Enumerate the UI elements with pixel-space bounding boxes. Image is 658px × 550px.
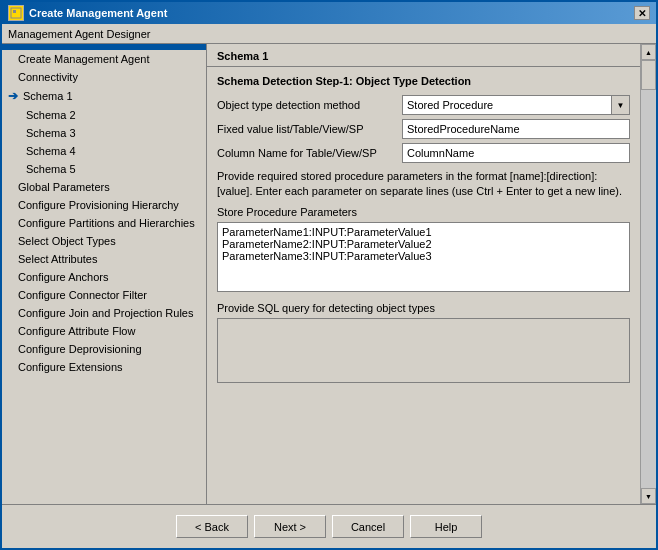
- sidebar-item-label: Schema 2: [26, 109, 76, 121]
- sidebar-item-schema1[interactable]: ➔ Schema 1: [2, 86, 206, 106]
- object-type-dropdown-btn[interactable]: ▼: [611, 96, 629, 114]
- object-type-combo[interactable]: Stored Procedure ▼: [402, 95, 630, 115]
- scroll-track: [641, 60, 656, 488]
- sidebar-item-configure-extensions[interactable]: Configure Extensions: [2, 358, 206, 376]
- column-name-row: Column Name for Table/View/SP: [217, 143, 630, 163]
- fixed-value-label: Fixed value list/Table/View/SP: [217, 123, 402, 135]
- sidebar-item-configure-deprovisioning[interactable]: Configure Deprovisioning: [2, 340, 206, 358]
- content-header-title: Schema 1: [217, 50, 268, 62]
- sidebar-item-global-parameters[interactable]: Global Parameters: [2, 178, 206, 196]
- sidebar: Create Management Agent Connectivity ➔ S…: [2, 44, 207, 504]
- next-button[interactable]: Next >: [254, 515, 326, 538]
- sub-header: Management Agent Designer: [2, 24, 656, 44]
- sidebar-item-configure-anchors[interactable]: Configure Anchors: [2, 268, 206, 286]
- sidebar-item-select-object-types[interactable]: Select Object Types: [2, 232, 206, 250]
- column-name-label: Column Name for Table/View/SP: [217, 147, 402, 159]
- title-bar-left: Create Management Agent: [8, 5, 167, 21]
- svg-rect-1: [13, 10, 16, 13]
- sidebar-item-label: Configure Connector Filter: [18, 289, 147, 301]
- sidebar-item-configure-attribute-flow[interactable]: Configure Attribute Flow: [2, 322, 206, 340]
- scroll-thumb[interactable]: [641, 60, 656, 90]
- back-button[interactable]: < Back: [176, 515, 248, 538]
- sub-header-label: Management Agent Designer: [8, 28, 150, 40]
- main-window: Create Management Agent ✕ Management Age…: [0, 0, 658, 550]
- object-type-control: Stored Procedure ▼: [402, 95, 630, 115]
- cancel-button[interactable]: Cancel: [332, 515, 404, 538]
- sidebar-item-label: Configure Attribute Flow: [18, 325, 135, 337]
- sidebar-item-configure-join-projection[interactable]: Configure Join and Projection Rules: [2, 304, 206, 322]
- sidebar-item-label: Connectivity: [18, 71, 78, 83]
- fixed-value-control: [402, 119, 630, 139]
- fixed-value-row: Fixed value list/Table/View/SP: [217, 119, 630, 139]
- window-icon: [8, 5, 24, 21]
- sidebar-item-select-attributes[interactable]: Select Attributes: [2, 250, 206, 268]
- sidebar-item-label: Schema 3: [26, 127, 76, 139]
- scroll-up-btn[interactable]: ▲: [641, 44, 656, 60]
- content-scroll: Schema Detection Step-1: Object Type Det…: [207, 67, 640, 504]
- sidebar-item-label: Global Parameters: [18, 181, 110, 193]
- object-type-row: Object type detection method Stored Proc…: [217, 95, 630, 115]
- sidebar-item-label: Configure Deprovisioning: [18, 343, 142, 355]
- sidebar-item-create-management-agent[interactable]: Create Management Agent: [2, 50, 206, 68]
- sidebar-item-schema4[interactable]: Schema 4: [2, 142, 206, 160]
- sidebar-item-label: Create Management Agent: [18, 53, 149, 65]
- object-type-value: Stored Procedure: [403, 98, 611, 112]
- sidebar-item-label: Configure Anchors: [18, 271, 109, 283]
- sidebar-item-configure-partitions[interactable]: Configure Partitions and Hierarchies: [2, 214, 206, 232]
- parameters-textarea[interactable]: ParameterName1:INPUT:ParameterValue1 Par…: [217, 222, 630, 292]
- sidebar-item-schema5[interactable]: Schema 5: [2, 160, 206, 178]
- content-header: Schema 1: [207, 44, 640, 67]
- object-type-label: Object type detection method: [217, 99, 402, 111]
- sql-query-textarea[interactable]: [217, 318, 630, 383]
- column-name-input[interactable]: [402, 143, 630, 163]
- window-title: Create Management Agent: [29, 7, 167, 19]
- section-title: Schema Detection Step-1: Object Type Det…: [217, 75, 630, 87]
- bottom-bar: < Back Next > Cancel Help: [2, 504, 656, 548]
- store-proc-label: Store Procedure Parameters: [217, 206, 630, 218]
- column-name-control: [402, 143, 630, 163]
- sidebar-item-label: Configure Provisioning Hierarchy: [18, 199, 179, 211]
- sidebar-item-label: Configure Join and Projection Rules: [18, 307, 194, 319]
- sidebar-item-label: Configure Extensions: [18, 361, 123, 373]
- sidebar-item-schema2[interactable]: Schema 2: [2, 106, 206, 124]
- main-area: Create Management Agent Connectivity ➔ S…: [2, 44, 656, 504]
- sidebar-item-label: Select Object Types: [18, 235, 116, 247]
- description-text: Provide required stored procedure parame…: [217, 169, 630, 200]
- sidebar-item-label: Schema 4: [26, 145, 76, 157]
- sidebar-item-configure-connector-filter[interactable]: Configure Connector Filter: [2, 286, 206, 304]
- fixed-value-input[interactable]: [402, 119, 630, 139]
- active-arrow-icon: ➔: [8, 89, 18, 103]
- scroll-down-btn[interactable]: ▼: [641, 488, 656, 504]
- right-scrollbar: ▲ ▼: [640, 44, 656, 504]
- sidebar-item-connectivity[interactable]: Connectivity: [2, 68, 206, 86]
- content-area: Schema 1 Schema Detection Step-1: Object…: [207, 44, 640, 504]
- sidebar-item-configure-provisioning-hierarchy[interactable]: Configure Provisioning Hierarchy: [2, 196, 206, 214]
- sidebar-item-label: Schema 5: [26, 163, 76, 175]
- sidebar-item-schema3[interactable]: Schema 3: [2, 124, 206, 142]
- sidebar-item-label: Schema 1: [23, 90, 73, 102]
- sidebar-item-label: Select Attributes: [18, 253, 98, 265]
- title-bar: Create Management Agent ✕: [2, 2, 656, 24]
- content-with-scroll: Schema 1 Schema Detection Step-1: Object…: [207, 44, 656, 504]
- sidebar-item-label: Configure Partitions and Hierarchies: [18, 217, 195, 229]
- close-button[interactable]: ✕: [634, 6, 650, 20]
- help-button[interactable]: Help: [410, 515, 482, 538]
- sql-query-label: Provide SQL query for detecting object t…: [217, 302, 630, 314]
